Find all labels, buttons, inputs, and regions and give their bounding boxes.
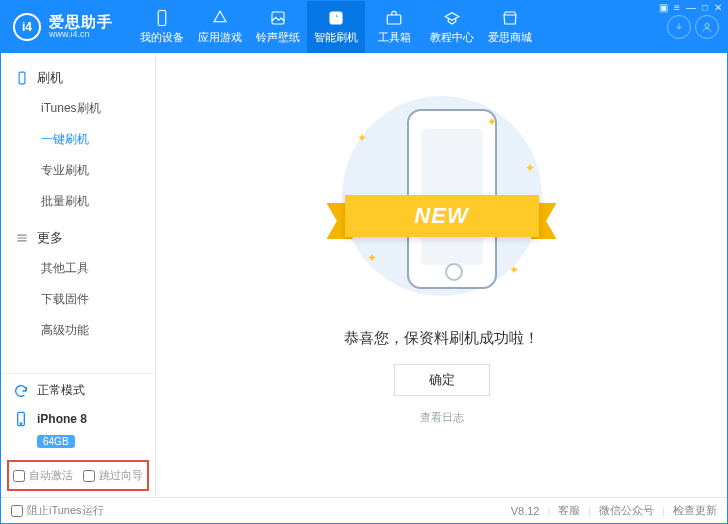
sidebar-item-advanced[interactable]: 高级功能 — [1, 315, 155, 346]
download-button[interactable] — [667, 15, 691, 39]
check-update-link[interactable]: 检查更新 — [673, 503, 717, 518]
skin-icon[interactable]: ▣ — [659, 2, 668, 13]
version-label: V8.12 — [511, 505, 540, 517]
flash-icon — [327, 9, 345, 27]
kefu-link[interactable]: 客服 — [558, 503, 580, 518]
sidebar-item-other-tools[interactable]: 其他工具 — [1, 253, 155, 284]
svg-point-4 — [705, 24, 709, 28]
shop-icon — [501, 9, 519, 27]
sidebar-item-download-firmware[interactable]: 下载固件 — [1, 284, 155, 315]
device-icon — [153, 9, 171, 27]
checkbox-block-itunes[interactable]: 阻止iTunes运行 — [11, 503, 104, 518]
tab-tutorials[interactable]: 教程中心 — [423, 1, 481, 53]
sidebar-item-itunes-flash[interactable]: iTunes刷机 — [1, 93, 155, 124]
status-bar: 阻止iTunes运行 V8.12 | 客服 | 微信公众号 | 检查更新 — [1, 497, 727, 523]
sidebar-item-batch-flash[interactable]: 批量刷机 — [1, 186, 155, 217]
tab-label: 爱思商城 — [488, 30, 532, 45]
checkbox-label: 自动激活 — [29, 468, 73, 483]
tab-toolbox[interactable]: 工具箱 — [365, 1, 423, 53]
section-title: 刷机 — [37, 69, 63, 87]
tab-label: 教程中心 — [430, 30, 474, 45]
sidebar-item-oneclick-flash[interactable]: 一键刷机 — [1, 124, 155, 155]
checkbox-auto-activate[interactable]: 自动激活 — [13, 468, 73, 483]
sidebar-section-flash: 刷机 — [1, 63, 155, 93]
tab-label: 智能刷机 — [314, 30, 358, 45]
main-content: ✦✦✦✦✦ NEW 恭喜您，保资料刷机成功啦！ 确定 查看日志 — [156, 53, 727, 497]
phone-icon — [15, 71, 29, 85]
tutorial-icon — [443, 9, 461, 27]
sidebar-item-pro-flash[interactable]: 专业刷机 — [1, 155, 155, 186]
refresh-icon — [13, 383, 29, 399]
tab-shop[interactable]: 爱思商城 — [481, 1, 539, 53]
checkbox-label: 跳过向导 — [99, 468, 143, 483]
ribbon-text: NEW — [345, 195, 539, 237]
device-row[interactable]: iPhone 8 — [1, 407, 155, 433]
checkbox-label: 阻止iTunes运行 — [27, 503, 104, 518]
app-url: www.i4.cn — [49, 30, 113, 40]
tab-my-device[interactable]: 我的设备 — [133, 1, 191, 53]
app-brand: 爱思助手 — [49, 14, 113, 31]
device-mode[interactable]: 正常模式 — [1, 374, 155, 407]
more-icon — [15, 231, 29, 245]
close-icon[interactable]: ✕ — [714, 2, 722, 13]
sidebar: 刷机 iTunes刷机 一键刷机 专业刷机 批量刷机 更多 其他工具 下载固件 … — [1, 53, 156, 497]
ok-button[interactable]: 确定 — [394, 364, 490, 396]
success-illustration: ✦✦✦✦✦ NEW — [327, 91, 557, 311]
logo-icon: i4 — [13, 13, 41, 41]
menu-icon[interactable]: ≡ — [674, 2, 680, 13]
top-tabs: 我的设备 应用游戏 铃声壁纸 智能刷机 工具箱 教程中心 — [133, 1, 539, 53]
tab-apps-games[interactable]: 应用游戏 — [191, 1, 249, 53]
options-highlight-box: 自动激活 跳过向导 — [7, 460, 149, 491]
tab-smart-flash[interactable]: 智能刷机 — [307, 1, 365, 53]
maximize-icon[interactable]: □ — [702, 2, 708, 13]
device-capacity-badge: 64GB — [37, 435, 75, 448]
checkbox-skip-wizard[interactable]: 跳过向导 — [83, 468, 143, 483]
tab-label: 我的设备 — [140, 30, 184, 45]
svg-rect-0 — [158, 11, 166, 26]
device-name: iPhone 8 — [37, 412, 87, 426]
wallpaper-icon — [269, 9, 287, 27]
section-title: 更多 — [37, 229, 63, 247]
view-log-link[interactable]: 查看日志 — [420, 410, 464, 425]
svg-rect-5 — [19, 72, 25, 84]
sidebar-section-more: 更多 — [1, 223, 155, 253]
tab-label: 工具箱 — [378, 30, 411, 45]
wechat-link[interactable]: 微信公众号 — [599, 503, 654, 518]
svg-rect-3 — [387, 15, 401, 24]
tab-ringtones[interactable]: 铃声壁纸 — [249, 1, 307, 53]
title-bar: ▣ ≡ — □ ✕ i4 爱思助手 www.i4.cn 我的设备 应用游戏 — [1, 1, 727, 53]
toolbox-icon — [385, 9, 403, 27]
mode-label: 正常模式 — [37, 382, 85, 399]
success-message: 恭喜您，保资料刷机成功啦！ — [344, 329, 539, 348]
minimize-icon[interactable]: — — [686, 2, 696, 13]
window-controls: ▣ ≡ — □ ✕ — [659, 2, 722, 13]
account-button[interactable] — [695, 15, 719, 39]
svg-rect-1 — [272, 12, 284, 24]
app-logo: i4 爱思助手 www.i4.cn — [13, 13, 125, 41]
tab-label: 铃声壁纸 — [256, 30, 300, 45]
device-phone-icon — [13, 411, 29, 427]
tab-label: 应用游戏 — [198, 30, 242, 45]
svg-point-7 — [20, 423, 21, 424]
apps-icon — [211, 9, 229, 27]
